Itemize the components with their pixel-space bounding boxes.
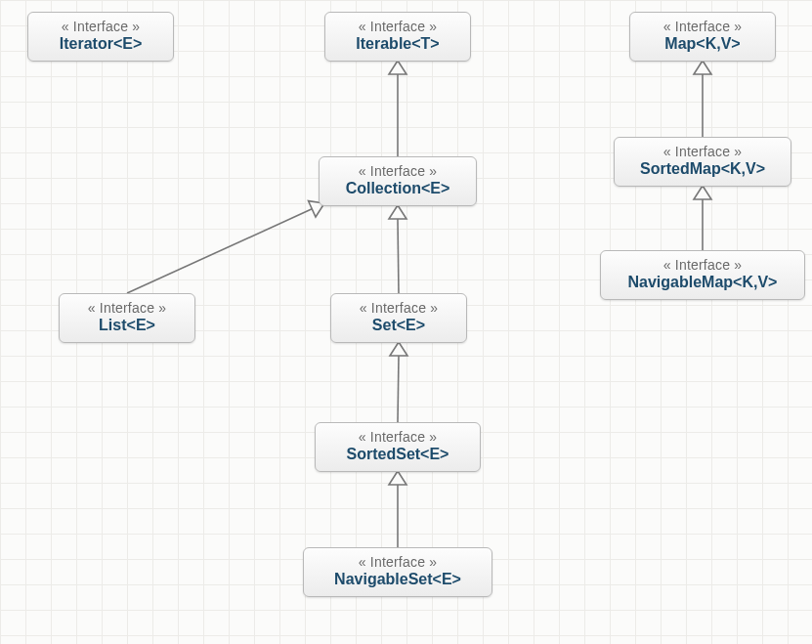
stereotype-label: « Interface » [333, 163, 462, 179]
interface-name: Iterator<E> [42, 35, 159, 53]
stereotype-label: « Interface » [628, 144, 777, 159]
stereotype-label: « Interface » [339, 19, 456, 34]
stereotype-label: « Interface » [318, 554, 478, 570]
stereotype-label: « Interface » [73, 300, 181, 316]
interface-map[interactable]: « Interface »Map<K,V> [629, 12, 776, 62]
interface-name: Collection<E> [333, 180, 462, 197]
interface-name: Iterable<T> [339, 35, 456, 53]
interface-sortedmap[interactable]: « Interface »SortedMap<K,V> [614, 137, 791, 187]
interface-navigableset[interactable]: « Interface »NavigableSet<E> [303, 547, 492, 597]
interface-collection[interactable]: « Interface »Collection<E> [319, 156, 477, 206]
interface-name: List<E> [73, 317, 181, 334]
interface-navigablemap[interactable]: « Interface »NavigableMap<K,V> [600, 250, 805, 300]
interface-name: Set<E> [345, 317, 452, 334]
interface-name: SortedMap<K,V> [628, 160, 777, 178]
interface-name: Map<K,V> [644, 35, 761, 53]
interface-name: NavigableSet<E> [318, 571, 478, 588]
stereotype-label: « Interface » [644, 19, 761, 34]
interface-set[interactable]: « Interface »Set<E> [330, 293, 467, 343]
interface-iterator[interactable]: « Interface »Iterator<E> [27, 12, 174, 62]
interface-sortedset[interactable]: « Interface »SortedSet<E> [315, 422, 481, 472]
interface-name: SortedSet<E> [329, 446, 466, 463]
stereotype-label: « Interface » [615, 257, 791, 273]
interface-iterable[interactable]: « Interface »Iterable<T> [324, 12, 471, 62]
stereotype-label: « Interface » [329, 429, 466, 445]
stereotype-label: « Interface » [345, 300, 452, 316]
stereotype-label: « Interface » [42, 19, 159, 34]
interface-list[interactable]: « Interface »List<E> [59, 293, 195, 343]
interface-name: NavigableMap<K,V> [615, 274, 791, 291]
